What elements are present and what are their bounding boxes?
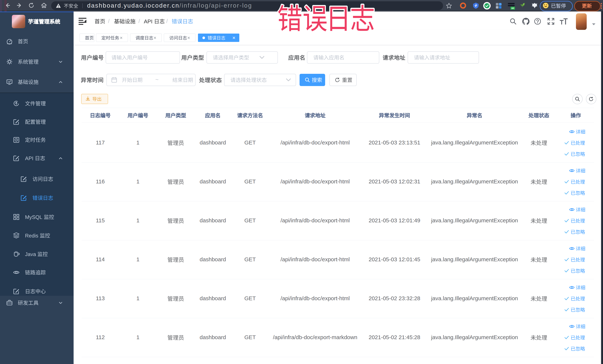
svg-text:on: on	[511, 7, 514, 10]
